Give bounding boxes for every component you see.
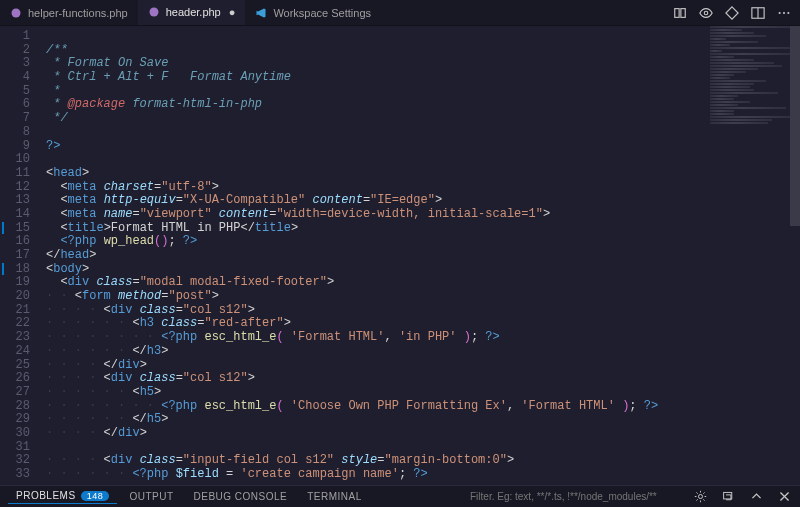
compare-icon[interactable] (672, 5, 688, 21)
code-area[interactable]: /** * Format On Save * Ctrl + Alt + F Fo… (40, 26, 800, 485)
editor-body: 1234567891011121314151617181920212223242… (0, 26, 800, 485)
svg-point-9 (787, 11, 789, 13)
diamond-icon[interactable] (724, 5, 740, 21)
svg-rect-3 (681, 8, 685, 17)
svg-point-1 (149, 8, 158, 17)
preview-icon[interactable] (698, 5, 714, 21)
problems-filter-input[interactable] (470, 491, 680, 502)
vertical-scrollbar[interactable] (790, 26, 800, 485)
tab-label: helper-functions.php (28, 7, 128, 19)
line-number-gutter: 1234567891011121314151617181920212223242… (0, 26, 40, 485)
close-panel-icon[interactable] (776, 489, 792, 505)
chevron-up-icon[interactable] (748, 489, 764, 505)
dirty-indicator-icon: ● (229, 6, 236, 18)
collapse-all-icon[interactable] (720, 489, 736, 505)
bottom-panel: PROBLEMS 148 OUTPUT DEBUG CONSOLE TERMIN… (0, 485, 800, 507)
svg-point-8 (783, 11, 785, 13)
split-editor-icon[interactable] (750, 5, 766, 21)
problems-count-badge: 148 (81, 491, 110, 501)
scroll-thumb[interactable] (790, 26, 800, 226)
panel-tab-label: PROBLEMS (16, 490, 76, 501)
panel-tab-output[interactable]: OUTPUT (121, 491, 181, 502)
tab-helper-functions[interactable]: helper-functions.php (0, 0, 138, 25)
more-actions-icon[interactable] (776, 5, 792, 21)
svg-point-0 (12, 8, 21, 17)
tab-header-php[interactable]: header.php ● (138, 0, 246, 25)
svg-rect-2 (675, 8, 679, 17)
editor-tabs: helper-functions.php header.php ● Worksp… (0, 0, 800, 26)
tab-workspace-settings[interactable]: Workspace Settings (245, 0, 381, 25)
tab-label: header.php (166, 6, 221, 18)
settings-icon[interactable] (692, 489, 708, 505)
svg-point-10 (698, 494, 702, 498)
panel-tab-problems[interactable]: PROBLEMS 148 (8, 490, 117, 504)
svg-point-7 (779, 11, 781, 13)
svg-point-4 (704, 11, 708, 15)
php-icon (10, 7, 22, 19)
panel-tab-debug[interactable]: DEBUG CONSOLE (186, 491, 296, 502)
php-icon (148, 6, 160, 18)
vscode-icon (255, 7, 267, 19)
panel-tab-terminal[interactable]: TERMINAL (299, 491, 370, 502)
tab-actions (672, 0, 800, 25)
tab-label: Workspace Settings (273, 7, 371, 19)
